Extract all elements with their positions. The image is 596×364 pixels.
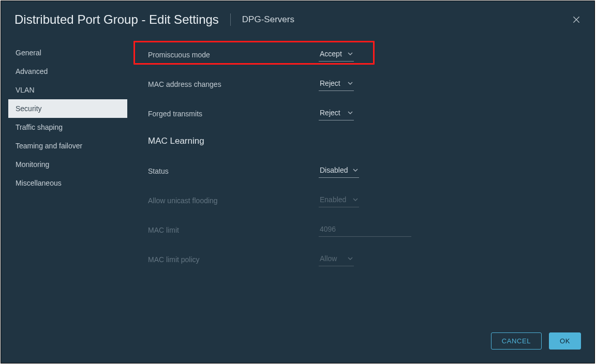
sidebar-item-security[interactable]: Security xyxy=(8,99,127,118)
select-value: Reject xyxy=(320,79,340,87)
settings-main: Promiscuous mode Accept MAC address chan… xyxy=(127,37,587,292)
field-mac-address-changes: MAC address changes Reject xyxy=(148,77,567,91)
chevron-down-icon xyxy=(353,168,358,173)
field-mac-limit: MAC limit xyxy=(148,223,567,237)
button-label: CANCEL xyxy=(502,337,531,345)
select-value: Disabled xyxy=(320,166,348,174)
sidebar-item-label: Security xyxy=(16,104,42,113)
sidebar-item-label: Traffic shaping xyxy=(16,123,63,131)
mac-learning-status-select[interactable]: Disabled xyxy=(319,164,359,178)
field-allow-unicast-flooding: Allow unicast flooding Enabled xyxy=(148,193,567,207)
header-divider xyxy=(230,13,231,26)
ok-button[interactable]: OK xyxy=(549,332,581,350)
field-label: Promiscuous mode xyxy=(148,51,319,59)
settings-sidebar: General Advanced VLAN Security Traffic s… xyxy=(8,37,127,292)
select-value: Reject xyxy=(320,109,340,117)
sidebar-item-advanced[interactable]: Advanced xyxy=(8,62,127,81)
mac-learning-heading: MAC Learning xyxy=(148,136,567,146)
field-mac-limit-policy: MAC limit policy Allow xyxy=(148,252,567,266)
field-label: Allow unicast flooding xyxy=(148,196,319,205)
mac-limit-policy-select: Allow xyxy=(319,252,354,266)
sidebar-item-general[interactable]: General xyxy=(8,43,127,62)
sidebar-item-teaming-failover[interactable]: Teaming and failover xyxy=(8,136,127,155)
mac-limit-input xyxy=(319,223,411,237)
field-label: Forged transmits xyxy=(148,110,319,118)
forged-transmits-select[interactable]: Reject xyxy=(319,107,354,120)
sidebar-item-miscellaneous[interactable]: Miscellaneous xyxy=(8,174,127,192)
field-mac-learning-status: Status Disabled xyxy=(148,164,567,178)
sidebar-item-traffic-shaping[interactable]: Traffic shaping xyxy=(8,118,127,136)
chevron-down-icon xyxy=(348,110,353,115)
sidebar-item-label: Teaming and failover xyxy=(16,142,82,150)
dialog-footer: CANCEL OK xyxy=(491,332,581,350)
dialog-body: General Advanced VLAN Security Traffic s… xyxy=(1,37,594,292)
field-label: Status xyxy=(148,167,319,175)
field-label: MAC limit xyxy=(148,226,319,234)
promiscuous-mode-select[interactable]: Accept xyxy=(319,48,354,62)
mac-changes-select[interactable]: Reject xyxy=(319,77,354,91)
sidebar-item-label: VLAN xyxy=(16,86,35,94)
cancel-button[interactable]: CANCEL xyxy=(491,332,542,350)
button-label: OK xyxy=(560,337,570,345)
field-label: MAC limit policy xyxy=(148,255,319,264)
chevron-down-icon xyxy=(353,197,358,202)
close-icon[interactable] xyxy=(572,15,581,24)
field-promiscuous-mode: Promiscuous mode Accept xyxy=(148,48,567,62)
sidebar-item-label: Monitoring xyxy=(16,160,49,169)
edit-settings-dialog: Distributed Port Group - Edit Settings D… xyxy=(1,1,595,363)
sidebar-item-label: Advanced xyxy=(16,67,48,75)
chevron-down-icon xyxy=(348,256,353,261)
unicast-flooding-select: Enabled xyxy=(319,193,359,207)
sidebar-item-label: General xyxy=(16,49,41,57)
dialog-subtitle: DPG-Servers xyxy=(242,14,294,25)
dialog-title: Distributed Port Group - Edit Settings xyxy=(14,12,219,27)
select-value: Accept xyxy=(320,50,342,58)
select-value: Enabled xyxy=(320,195,346,204)
sidebar-item-vlan[interactable]: VLAN xyxy=(8,81,127,99)
select-value: Allow xyxy=(320,254,337,263)
field-forged-transmits: Forged transmits Reject xyxy=(148,107,567,120)
sidebar-item-label: Miscellaneous xyxy=(16,179,62,187)
sidebar-item-monitoring[interactable]: Monitoring xyxy=(8,155,127,174)
chevron-down-icon xyxy=(348,51,353,56)
dialog-header: Distributed Port Group - Edit Settings D… xyxy=(1,1,594,37)
field-label: MAC address changes xyxy=(148,80,319,88)
chevron-down-icon xyxy=(348,81,353,86)
